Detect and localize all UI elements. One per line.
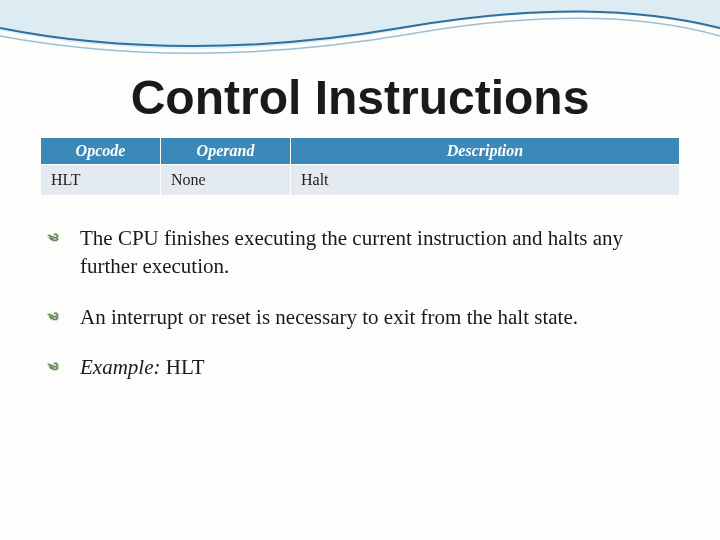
swirl-icon: ༄	[48, 226, 58, 253]
example-value: HLT	[160, 355, 204, 379]
instruction-table: Opcode Operand Description HLT None Halt	[40, 137, 680, 196]
bullet-list: ༄ The CPU finishes executing the current…	[40, 224, 680, 381]
slide-content: Control Instructions Opcode Operand Desc…	[0, 0, 720, 540]
bullet-item-3: ༄ Example: HLT	[48, 353, 680, 381]
bullet-item-1: ༄ The CPU finishes executing the current…	[48, 224, 680, 281]
slide-title: Control Instructions	[40, 70, 680, 125]
col-operand: Operand	[161, 138, 291, 165]
bullet-text: The CPU finishes executing the current i…	[80, 226, 623, 278]
col-opcode: Opcode	[41, 138, 161, 165]
cell-opcode: HLT	[41, 165, 161, 196]
swirl-icon: ༄	[48, 355, 58, 382]
cell-description: Halt	[291, 165, 680, 196]
table-row: HLT None Halt	[41, 165, 680, 196]
cell-operand: None	[161, 165, 291, 196]
table-header-row: Opcode Operand Description	[41, 138, 680, 165]
bullet-item-2: ༄ An interrupt or reset is necessary to …	[48, 303, 680, 331]
example-label: Example:	[80, 355, 160, 379]
bullet-text: An interrupt or reset is necessary to ex…	[80, 305, 578, 329]
col-description: Description	[291, 138, 680, 165]
swirl-icon: ༄	[48, 305, 58, 332]
